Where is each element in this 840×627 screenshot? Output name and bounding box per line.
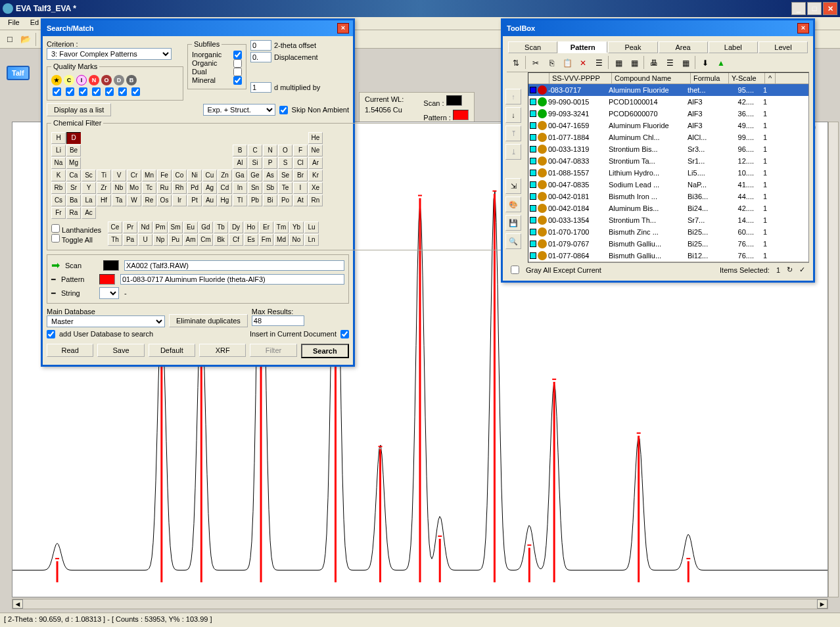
list-item[interactable]: 00-033-1319 Strontium Bis... Sr3... 96..…: [528, 143, 808, 155]
element-Cd[interactable]: Cd: [218, 182, 232, 194]
element-Kr[interactable]: Kr: [308, 170, 323, 181]
element-Cm[interactable]: Cm: [198, 234, 213, 246]
subfile-Mineral-cb[interactable]: [233, 76, 242, 85]
col-yscale-header[interactable]: Y-Scale: [729, 73, 765, 83]
lanthanides-cb[interactable]: [51, 224, 60, 233]
bottom-icon[interactable]: ⤓: [505, 144, 521, 160]
top-icon[interactable]: ⤒: [505, 126, 521, 141]
element-Rb[interactable]: Rb: [51, 182, 66, 194]
element-Er[interactable]: Er: [259, 221, 273, 233]
element-Po[interactable]: Po: [278, 195, 292, 206]
scan-value-input[interactable]: [124, 260, 344, 271]
element-Sc[interactable]: Sc: [82, 170, 96, 181]
paste-icon[interactable]: 📋: [559, 56, 575, 70]
col-name-header[interactable]: Compound Name: [612, 73, 691, 83]
element-V[interactable]: V: [112, 170, 126, 181]
grid-icon[interactable]: ▦: [678, 56, 693, 70]
col-more-icon[interactable]: ^: [765, 73, 776, 83]
element-Hg[interactable]: Hg: [218, 195, 232, 206]
element-Fe[interactable]: Fe: [157, 170, 172, 181]
document-tab[interactable]: Talf: [7, 66, 30, 80]
sort-icon[interactable]: ⇅: [508, 56, 524, 70]
load-icon[interactable]: ⬇: [697, 56, 713, 70]
search-icon[interactable]: 🔍: [505, 233, 521, 249]
element-Mg[interactable]: Mg: [66, 157, 81, 169]
element-Os[interactable]: Os: [157, 195, 172, 206]
element-Ac[interactable]: Ac: [82, 207, 96, 219]
element-Co[interactable]: Co: [172, 170, 187, 181]
search-button[interactable]: Search: [301, 344, 349, 358]
element-Pb[interactable]: Pb: [248, 195, 262, 206]
scroll-left-icon[interactable]: ◄: [12, 599, 23, 609]
element-Pr[interactable]: Pr: [123, 221, 137, 233]
qm-cb-2[interactable]: [66, 87, 74, 96]
element-Mo[interactable]: Mo: [127, 182, 141, 194]
element-Al[interactable]: Al: [233, 157, 247, 169]
element-Zn[interactable]: Zn: [218, 170, 232, 181]
qm-cb-4[interactable]: [92, 87, 101, 96]
element-Y[interactable]: Y: [82, 182, 96, 194]
element-As[interactable]: As: [263, 170, 277, 181]
tab-area[interactable]: Area: [659, 41, 708, 53]
element-Cf[interactable]: Cf: [229, 234, 243, 246]
list-item[interactable]: 99-090-0015 PCOD1000014 AlF3 42.... 1: [528, 96, 808, 108]
list-item[interactable]: 00-042-0184 Aluminum Bis... Bi24... 42..…: [528, 202, 808, 214]
element-Be[interactable]: Be: [66, 145, 81, 156]
element-Dy[interactable]: Dy: [229, 221, 243, 233]
element-Ar[interactable]: Ar: [308, 157, 323, 169]
col-id-header[interactable]: SS-VVV-PPPP: [549, 73, 612, 83]
element-Fm[interactable]: Fm: [259, 234, 273, 246]
print-icon[interactable]: 🖶: [646, 56, 662, 70]
gray-all-cb[interactable]: [511, 266, 519, 274]
qm-cb-6[interactable]: [118, 87, 127, 96]
qm-cb-1[interactable]: [53, 87, 61, 96]
element-Ta[interactable]: Ta: [112, 195, 126, 206]
element-U[interactable]: U: [138, 234, 152, 246]
element-Re[interactable]: Re: [142, 195, 156, 206]
element-La[interactable]: La: [82, 195, 96, 206]
element-K[interactable]: K: [51, 170, 66, 181]
col2-icon[interactable]: ▦: [626, 56, 642, 70]
list-scroll-right-icon[interactable]: ►: [798, 262, 808, 263]
toolbox-close-icon[interactable]: ×: [797, 23, 809, 34]
menu-file[interactable]: File: [3, 18, 25, 28]
toolbox-titlebar[interactable]: ToolBox ×: [503, 20, 813, 36]
skip-non-ambient-cb[interactable]: [279, 106, 288, 114]
list-scroll-left-icon[interactable]: ◄: [528, 262, 539, 263]
tab-peak[interactable]: Peak: [608, 41, 657, 53]
down-arrow-icon[interactable]: ↓: [505, 107, 521, 123]
list-item[interactable]: 01-088-1557 Lithium Hydro... Li5.... 10.…: [528, 167, 808, 179]
element-Ce[interactable]: Ce: [108, 221, 122, 233]
element-Pa[interactable]: Pa: [123, 234, 137, 246]
element-Rh[interactable]: Rh: [172, 182, 187, 194]
element-Es[interactable]: Es: [244, 234, 258, 246]
element-P[interactable]: P: [263, 157, 277, 169]
element-Bk[interactable]: Bk: [214, 234, 228, 246]
delete-icon[interactable]: ✕: [575, 56, 591, 70]
list-item[interactable]: 00-047-1659 Aluminum Fluoride AlF3 49...…: [528, 120, 808, 131]
element-Ba[interactable]: Ba: [66, 195, 81, 206]
tab-level[interactable]: Level: [758, 41, 808, 53]
element-Tc[interactable]: Tc: [142, 182, 156, 194]
element-Cu[interactable]: Cu: [202, 170, 217, 181]
list-item[interactable]: 99-093-3241 PCOD6000070 AlF3 36.... 1: [528, 108, 808, 120]
element-No[interactable]: No: [289, 234, 304, 246]
element-Ra[interactable]: Ra: [66, 207, 81, 219]
element-Nb[interactable]: Nb: [112, 182, 126, 194]
subfile-Dual-cb[interactable]: [233, 68, 242, 76]
element-Ag[interactable]: Ag: [202, 182, 217, 194]
refresh-icon[interactable]: ↻: [787, 266, 793, 274]
element-Pd[interactable]: Pd: [187, 182, 202, 194]
list-item[interactable]: 01-077-1884 Aluminum Chl... AlCl... 99..…: [528, 131, 808, 143]
subfile-Organic-cb[interactable]: [233, 59, 242, 68]
element-Tb[interactable]: Tb: [214, 221, 228, 233]
element-At[interactable]: At: [293, 195, 308, 206]
element-Np[interactable]: Np: [153, 234, 168, 246]
element-Pu[interactable]: Pu: [168, 234, 183, 246]
list-item[interactable]: 01-077-0864 Bismuth Galliu... Bi12... 76…: [528, 250, 808, 262]
element-Am[interactable]: Am: [183, 234, 198, 246]
palette-icon[interactable]: 🎨: [505, 197, 521, 212]
list-item[interactable]: -083-0717 Aluminum Fluoride thet... 95..…: [528, 84, 808, 96]
element-C[interactable]: C: [248, 145, 262, 156]
search-match-titlebar[interactable]: Search/Match ×: [43, 20, 353, 36]
